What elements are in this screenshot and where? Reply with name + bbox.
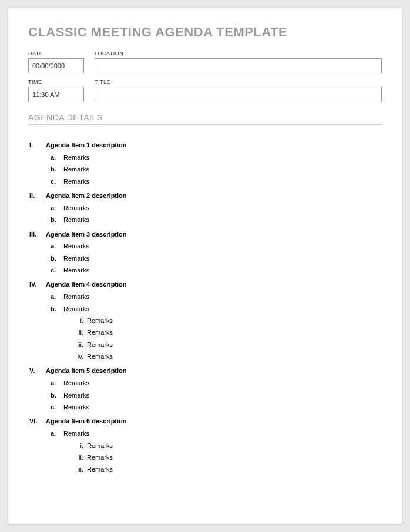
- agenda-sub-remark-number: iii.: [73, 339, 87, 351]
- agenda-sub-remark: i.Remarks: [28, 440, 382, 452]
- agenda-list: I.Agenda Item 1 descriptiona.Remarksb.Re…: [28, 139, 382, 476]
- agenda-sub-remark-label: Remarks: [87, 440, 113, 452]
- agenda-remark-label: Remarks: [63, 264, 89, 276]
- agenda-item-heading: V.Agenda Item 5 description: [28, 365, 382, 377]
- agenda-remark: c.Remarks: [28, 176, 382, 187]
- date-field-group: DATE: [28, 50, 84, 73]
- agenda-item: VI.Agenda Item 6 descriptiona.Remarksi.R…: [28, 415, 382, 475]
- agenda-item: V.Agenda Item 5 descriptiona.Remarksb.Re…: [28, 365, 382, 413]
- agenda-sub-remark: ii.Remarks: [28, 452, 382, 463]
- agenda-remark: a.Remarks: [28, 202, 382, 214]
- agenda-item-label: Agenda Item 5 description: [46, 365, 127, 377]
- title-label: TITLE: [95, 79, 382, 85]
- date-input[interactable]: [28, 58, 84, 73]
- agenda-sub-remark-label: Remarks: [87, 463, 113, 475]
- agenda-remark-number: c.: [51, 176, 63, 187]
- agenda-remark-label: Remarks: [63, 214, 89, 225]
- field-row-2: TIME TITLE: [28, 79, 382, 102]
- agenda-sub-remark-label: Remarks: [87, 326, 113, 338]
- agenda-item: II.Agenda Item 2 descriptiona.Remarksb.R…: [28, 190, 382, 226]
- agenda-remark-label: Remarks: [63, 240, 89, 252]
- agenda-remark-number: a.: [51, 377, 63, 389]
- agenda-sub-remark: iii.Remarks: [28, 463, 382, 475]
- agenda-item-label: Agenda Item 4 description: [46, 278, 127, 291]
- agenda-remark-label: Remarks: [63, 163, 89, 175]
- agenda-item: IV.Agenda Item 4 descriptiona.Remarksb.R…: [28, 278, 382, 362]
- time-field-group: TIME: [28, 79, 84, 102]
- agenda-sub-remark: iv.Remarks: [28, 351, 382, 362]
- agenda-remark-number: c.: [51, 264, 63, 276]
- agenda-remark: a.Remarks: [28, 240, 382, 252]
- agenda-item-label: Agenda Item 6 description: [46, 415, 127, 427]
- title-input[interactable]: [95, 87, 382, 102]
- agenda-remark-label: Remarks: [63, 151, 89, 163]
- agenda-item: I.Agenda Item 1 descriptiona.Remarksb.Re…: [28, 139, 382, 187]
- agenda-item-number: VI.: [28, 415, 46, 427]
- agenda-remark: b.Remarks: [28, 163, 382, 175]
- agenda-remark-number: a.: [51, 427, 63, 439]
- agenda-remark: a.Remarks: [28, 291, 382, 302]
- title-field-group: TITLE: [95, 79, 382, 102]
- agenda-remark: b.Remarks: [28, 303, 382, 315]
- agenda-remark-label: Remarks: [63, 252, 89, 264]
- agenda-item-heading: IV.Agenda Item 4 description: [28, 278, 382, 291]
- agenda-details-heading: AGENDA DETAILS: [28, 113, 382, 125]
- agenda-remark-label: Remarks: [63, 202, 89, 214]
- agenda-sub-remark-label: Remarks: [87, 339, 113, 351]
- agenda-remark-label: Remarks: [63, 389, 89, 401]
- agenda-sub-remark-number: iv.: [73, 351, 87, 362]
- agenda-remark-number: a.: [51, 151, 63, 163]
- agenda-sub-remark-number: ii.: [73, 326, 87, 338]
- location-field-group: LOCATION: [95, 50, 382, 73]
- agenda-remark: a.Remarks: [28, 427, 382, 439]
- agenda-remark-label: Remarks: [63, 303, 89, 315]
- agenda-remark-number: b.: [51, 252, 63, 264]
- agenda-remark-number: b.: [51, 389, 63, 401]
- agenda-remark-label: Remarks: [63, 291, 89, 302]
- time-input[interactable]: [28, 87, 84, 102]
- agenda-remark-label: Remarks: [63, 401, 89, 413]
- agenda-sub-remark-label: Remarks: [87, 351, 113, 362]
- agenda-sub-remark: ii.Remarks: [28, 326, 382, 338]
- agenda-item: III.Agenda Item 3 descriptiona.Remarksb.…: [28, 228, 382, 277]
- agenda-sub-remark-number: i.: [73, 315, 87, 326]
- agenda-item-number: II.: [28, 190, 46, 202]
- agenda-remark-number: a.: [51, 240, 63, 252]
- agenda-remark-label: Remarks: [63, 427, 89, 439]
- agenda-item-number: III.: [28, 228, 46, 241]
- agenda-item-heading: III.Agenda Item 3 description: [28, 228, 382, 241]
- agenda-item-label: Agenda Item 1 description: [46, 139, 127, 151]
- agenda-sub-remark-number: iii.: [73, 463, 87, 475]
- agenda-remark: a.Remarks: [28, 151, 382, 163]
- agenda-remark-label: Remarks: [63, 176, 89, 187]
- agenda-item-label: Agenda Item 2 description: [46, 190, 127, 202]
- agenda-item-heading: II.Agenda Item 2 description: [28, 190, 382, 202]
- agenda-remark-number: b.: [51, 163, 63, 175]
- agenda-sub-remark-number: ii.: [73, 452, 87, 463]
- agenda-remark-number: b.: [51, 214, 63, 225]
- document-page: CLASSIC MEETING AGENDA TEMPLATE DATE LOC…: [8, 8, 402, 524]
- agenda-sub-remark-number: i.: [73, 440, 87, 452]
- agenda-remark: b.Remarks: [28, 214, 382, 225]
- agenda-item-heading: VI.Agenda Item 6 description: [28, 415, 382, 427]
- agenda-remark: b.Remarks: [28, 252, 382, 264]
- field-row-1: DATE LOCATION: [28, 50, 382, 73]
- agenda-item-number: I.: [28, 139, 46, 151]
- agenda-sub-remark: iii.Remarks: [28, 339, 382, 351]
- agenda-item-number: IV.: [28, 278, 46, 291]
- agenda-remark: c.Remarks: [28, 401, 382, 413]
- date-label: DATE: [28, 50, 84, 56]
- agenda-remark-number: b.: [51, 303, 63, 315]
- location-label: LOCATION: [95, 50, 382, 56]
- agenda-remark-number: a.: [51, 202, 63, 214]
- agenda-sub-remark-label: Remarks: [87, 452, 113, 463]
- agenda-item-label: Agenda Item 3 description: [46, 228, 127, 241]
- location-input[interactable]: [95, 58, 382, 73]
- agenda-item-number: V.: [28, 365, 46, 377]
- agenda-remark: c.Remarks: [28, 264, 382, 276]
- agenda-remark-number: c.: [51, 401, 63, 413]
- agenda-sub-remark: i.Remarks: [28, 315, 382, 326]
- page-title: CLASSIC MEETING AGENDA TEMPLATE: [28, 25, 382, 40]
- agenda-item-heading: I.Agenda Item 1 description: [28, 139, 382, 151]
- agenda-remark-number: a.: [51, 291, 63, 302]
